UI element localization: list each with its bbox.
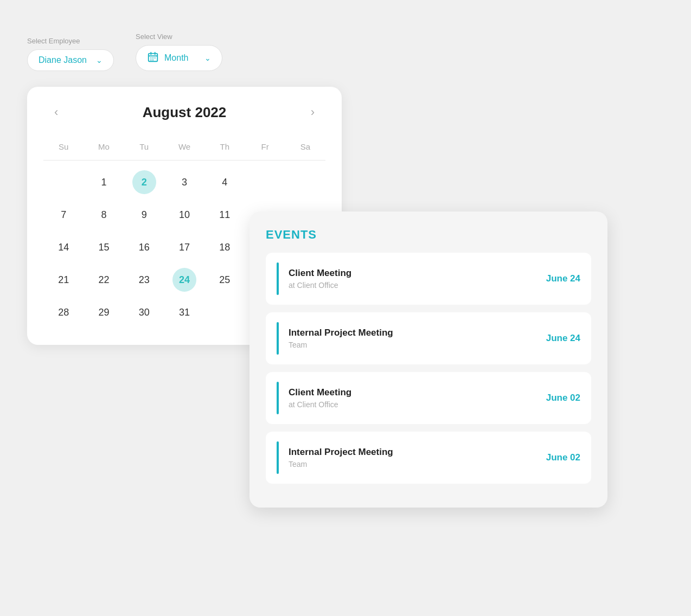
svg-rect-6	[155, 57, 156, 59]
chevron-down-icon: ⌄	[204, 54, 211, 62]
view-control-group: Select View Month ⌄	[136, 33, 222, 71]
day-header-fr: Fr	[245, 138, 285, 156]
day-cell[interactable]: 7	[43, 198, 84, 231]
svg-rect-5	[152, 57, 153, 59]
event-name: Internal Project Meeting	[289, 447, 546, 458]
event-location: at Client Office	[289, 400, 546, 409]
day-cell[interactable]: 2	[124, 166, 164, 198]
event-border	[277, 322, 279, 355]
day-cell[interactable]: 18	[204, 231, 245, 264]
day-cell[interactable]: 17	[164, 231, 204, 264]
day-cell[interactable]: 1	[84, 166, 124, 198]
employee-label: Select Employee	[27, 37, 114, 45]
event-item[interactable]: Internal Project Meeting Team June 02	[266, 432, 591, 484]
chevron-down-icon: ⌄	[96, 56, 103, 65]
svg-rect-8	[152, 60, 153, 61]
day-header-mo: Mo	[84, 138, 124, 156]
day-cell	[204, 296, 245, 329]
event-date: June 24	[546, 333, 580, 344]
day-cell	[245, 166, 285, 198]
employee-control-group: Select Employee Diane Jason ⌄	[27, 37, 114, 71]
employee-value: Diane Jason	[39, 55, 87, 65]
event-details: Internal Project Meeting Team	[289, 447, 546, 469]
event-location: at Client Office	[289, 281, 546, 290]
day-header-we: We	[164, 138, 204, 156]
day-cell[interactable]: 16	[124, 231, 164, 264]
controls-row: Select Employee Diane Jason ⌄ Select Vie…	[27, 33, 664, 71]
events-list: Client Meeting at Client Office June 24 …	[266, 253, 591, 484]
day-cell[interactable]: 25	[204, 264, 245, 296]
day-cell[interactable]: 23	[124, 264, 164, 296]
event-name: Client Meeting	[289, 387, 546, 398]
day-cell[interactable]: 14	[43, 231, 84, 264]
calendar-month-title: August 2022	[143, 104, 227, 121]
event-date: June 02	[546, 452, 580, 463]
day-header-th: Th	[204, 138, 245, 156]
day-header-tu: Tu	[124, 138, 164, 156]
event-location: Team	[289, 460, 546, 469]
day-cell[interactable]: 31	[164, 296, 204, 329]
event-date: June 24	[546, 273, 580, 284]
day-header-sa: Sa	[285, 138, 325, 156]
day-cell[interactable]: 10	[164, 198, 204, 231]
event-details: Client Meeting at Client Office	[289, 387, 546, 409]
svg-rect-7	[150, 60, 151, 61]
day-cell[interactable]: 15	[84, 231, 124, 264]
day-cell[interactable]: 11	[204, 198, 245, 231]
event-border	[277, 262, 279, 295]
event-border	[277, 441, 279, 474]
event-item[interactable]: Client Meeting at Client Office June 24	[266, 253, 591, 305]
prev-month-button[interactable]: ‹	[49, 103, 63, 121]
event-name: Client Meeting	[289, 268, 546, 279]
employee-dropdown[interactable]: Diane Jason ⌄	[27, 49, 114, 71]
event-item[interactable]: Internal Project Meeting Team June 24	[266, 312, 591, 364]
event-details: Internal Project Meeting Team	[289, 328, 546, 349]
page-container: Select Employee Diane Jason ⌄ Select Vie…	[0, 0, 691, 616]
grid-divider	[43, 160, 325, 161]
day-header-su: Su	[43, 138, 84, 156]
day-headers: Su Mo Tu We Th Fr Sa	[43, 138, 325, 156]
day-cell[interactable]: 21	[43, 264, 84, 296]
day-cell[interactable]: 4	[204, 166, 245, 198]
event-details: Client Meeting at Client Office	[289, 268, 546, 290]
day-cell[interactable]: 3	[164, 166, 204, 198]
view-value: Month	[164, 53, 188, 63]
event-date: June 02	[546, 393, 580, 403]
day-cell[interactable]: 8	[84, 198, 124, 231]
event-name: Internal Project Meeting	[289, 328, 546, 338]
day-cell	[43, 166, 84, 198]
day-cell[interactable]: 30	[124, 296, 164, 329]
events-card: EVENTS Client Meeting at Client Office J…	[249, 211, 607, 508]
day-cell[interactable]: 29	[84, 296, 124, 329]
day-cell[interactable]: 22	[84, 264, 124, 296]
event-border	[277, 382, 279, 414]
day-cell[interactable]: 28	[43, 296, 84, 329]
event-location: Team	[289, 341, 546, 349]
calendar-header: ‹ August 2022 ›	[43, 103, 325, 121]
day-cell[interactable]: 24	[164, 264, 204, 296]
events-title: EVENTS	[266, 228, 591, 242]
event-item[interactable]: Client Meeting at Client Office June 02	[266, 372, 591, 424]
next-month-button[interactable]: ›	[305, 103, 320, 121]
day-cell	[285, 166, 325, 198]
day-cell[interactable]: 9	[124, 198, 164, 231]
view-dropdown[interactable]: Month ⌄	[136, 45, 222, 71]
calendar-icon	[147, 51, 159, 65]
view-label: Select View	[136, 33, 222, 41]
svg-rect-4	[150, 57, 151, 59]
